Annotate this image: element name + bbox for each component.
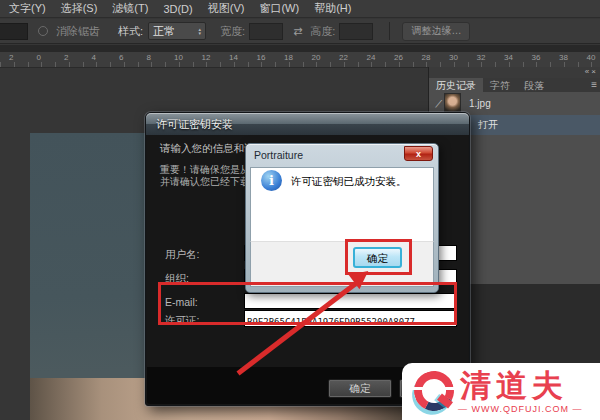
anti-alias-label: 消除锯齿 [56, 24, 100, 39]
close-panel-icon[interactable]: × [591, 67, 596, 76]
menu-3d[interactable]: 3D(D) [163, 3, 192, 15]
license-dialog-titlebar[interactable]: 许可证密钥安装 [146, 113, 469, 135]
select-arrows-icon: ▴▾ [199, 27, 202, 35]
panel-menu-icon[interactable]: ≡ [591, 78, 600, 92]
ruler-number: 34 [504, 53, 513, 62]
ruler-number: 40 [587, 53, 596, 62]
ruler-number: 30 [449, 53, 458, 62]
ruler-number: 6 [119, 53, 123, 62]
watermark-box: 清道夫 — WWW.QDFUJI.COM — [402, 363, 600, 420]
style-label: 样式: [118, 24, 143, 39]
success-message-text: 许可证密钥已成功安装。 [291, 175, 407, 189]
message-box-title: Portraiture [254, 149, 303, 161]
feather-field[interactable] [0, 23, 28, 40]
tab-character[interactable]: 字符 [483, 78, 517, 92]
horizontal-ruler: 20246810121416182022242628303234363840 [0, 52, 600, 68]
ruler-number: 14 [229, 53, 238, 62]
ruler-number: 16 [257, 53, 266, 62]
tab-history[interactable]: 历史记录 [429, 78, 483, 92]
info-icon: i [261, 170, 282, 191]
width-label: 宽度: [220, 24, 245, 39]
swap-dimensions-icon[interactable]: ⇄ [293, 25, 302, 38]
ruler-number: 28 [422, 53, 431, 62]
ruler-number: 12 [202, 53, 211, 62]
menu-help[interactable]: 帮助(H) [314, 1, 351, 16]
height-label: 高度: [310, 24, 335, 39]
ruler-number: 24 [367, 53, 376, 62]
width-field[interactable] [249, 23, 283, 40]
anti-alias-checkbox[interactable] [38, 26, 48, 36]
ruler-number: 2 [9, 53, 13, 62]
ruler-number: 10 [174, 53, 183, 62]
ruler-number: 20 [312, 53, 321, 62]
menu-type[interactable]: 文字(Y) [9, 1, 46, 16]
brand-q-icon [412, 370, 452, 410]
username-label: 用户名: [165, 248, 199, 262]
menu-window[interactable]: 窗口(W) [259, 1, 299, 16]
height-field[interactable] [339, 23, 373, 40]
options-divider [389, 22, 390, 40]
brand-url: — WWW.QDFUJI.COM — [458, 404, 582, 414]
ruler-number: 22 [339, 53, 348, 62]
ruler-number: 38 [559, 53, 568, 62]
menu-view[interactable]: 视图(V) [208, 1, 245, 16]
ruler-number: 2 [64, 53, 68, 62]
style-value: 正常 [153, 24, 175, 39]
license-ok-button[interactable]: 确定 [328, 379, 392, 398]
dialog-note-line2: 并请确认您已经下载 [160, 175, 250, 189]
ruler-number: 0 [37, 53, 41, 62]
ruler-number: 18 [284, 53, 293, 62]
close-icon[interactable]: x [404, 146, 433, 161]
photoshop-window: 文字(Y) 选择(S) 滤镜(T) 3D(D) 视图(V) 窗口(W) 帮助(H… [0, 0, 600, 420]
collapse-panel-icon[interactable]: « [585, 67, 589, 76]
ruler-number: 32 [477, 53, 486, 62]
refine-edge-button[interactable]: 调整边缘… [402, 22, 470, 41]
style-select[interactable]: 正常 ▴▾ [148, 22, 206, 40]
tool-options-bar: 消除锯齿 样式: 正常 ▴▾ 宽度: ⇄ 高度: 调整边缘… [0, 19, 600, 44]
canvas-top-band [0, 45, 600, 52]
snapshot-label: 1.jpg [469, 98, 491, 109]
tab-paragraph[interactable]: 段落 [517, 78, 551, 92]
panel-header: « × [429, 67, 600, 78]
menu-filter[interactable]: 滤镜(T) [112, 1, 148, 16]
panel-tab-bar: 历史记录 字符 段落 ≡ [429, 78, 600, 92]
ruler-number: 26 [394, 53, 403, 62]
ruler-number: 4 [92, 53, 96, 62]
brand-name: 清道夫 [460, 365, 568, 407]
snapshot-thumbnail [444, 93, 461, 114]
menu-bar: 文字(Y) 选择(S) 滤镜(T) 3D(D) 视图(V) 窗口(W) 帮助(H… [0, 0, 600, 18]
ruler-number: 8 [147, 53, 151, 62]
menu-select[interactable]: 选择(S) [61, 1, 98, 16]
history-brush-icon: ∕ [437, 96, 441, 110]
ruler-number: 36 [532, 53, 541, 62]
